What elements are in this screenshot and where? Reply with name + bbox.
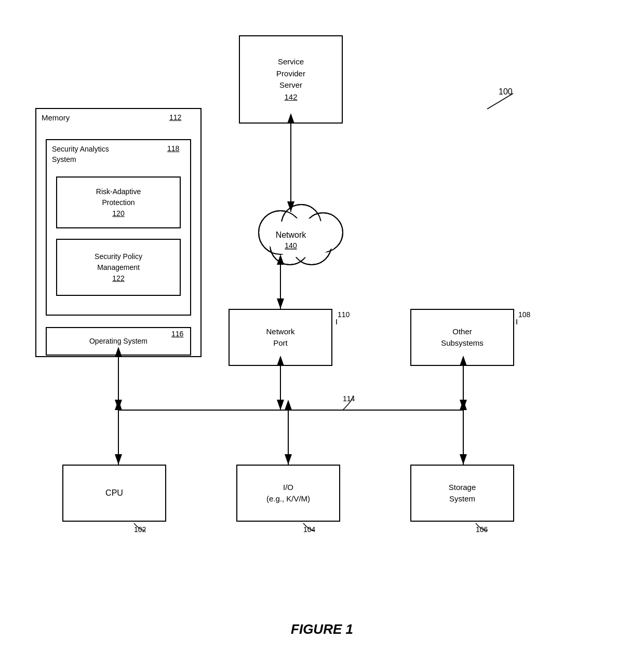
bus-num: 114 xyxy=(343,394,355,403)
security-analytics-num: 118 xyxy=(167,144,179,153)
svg-point-14 xyxy=(303,213,343,252)
io-num: 104 xyxy=(303,525,315,534)
memory-label: Memory xyxy=(42,113,70,122)
diagram: 100 Memory 112 Security AnalyticsSystem … xyxy=(0,0,644,653)
server-label: ServiceProviderServer142 xyxy=(276,56,305,103)
os-num: 116 xyxy=(171,330,183,338)
svg-point-7 xyxy=(281,205,321,244)
svg-point-16 xyxy=(270,225,310,265)
other-subsystems-label: OtherSubsystems xyxy=(441,326,484,349)
storage-box: StorageSystem xyxy=(410,465,514,522)
svg-point-10 xyxy=(270,225,310,265)
svg-point-6 xyxy=(259,211,302,254)
svg-point-13 xyxy=(281,205,321,244)
figure-label: FIGURE 1 xyxy=(291,621,353,637)
risk-adaptive-label: Risk-AdaptiveProtection120 xyxy=(96,186,141,219)
server-box: ServiceProviderServer142 xyxy=(239,35,343,124)
network-port-num: 110 xyxy=(338,310,350,319)
svg-text:Network: Network xyxy=(276,230,307,239)
io-box: I/O(e.g., K/V/M) xyxy=(236,465,340,522)
io-label: I/O(e.g., K/V/M) xyxy=(266,482,310,505)
svg-point-17 xyxy=(266,218,337,257)
network-port-label: NetworkPort xyxy=(266,326,294,349)
ref-100-label: 100 xyxy=(499,87,513,97)
svg-point-15 xyxy=(292,225,331,265)
svg-point-8 xyxy=(303,213,343,252)
svg-point-9 xyxy=(292,225,331,265)
svg-point-12 xyxy=(259,211,302,254)
risk-adaptive-box: Risk-AdaptiveProtection120 xyxy=(56,176,181,228)
svg-text:140: 140 xyxy=(285,241,297,250)
other-subsystems-box: OtherSubsystems xyxy=(410,309,514,366)
security-analytics-label: Security AnalyticsSystem xyxy=(52,144,109,165)
memory-num: 112 xyxy=(169,113,181,121)
operating-system-label: Operating System xyxy=(89,336,147,347)
cpu-box: CPU xyxy=(62,465,166,522)
network-port-box: NetworkPort xyxy=(229,309,332,366)
policy-mgmt-label: Security PolicyManagement122 xyxy=(95,251,142,284)
policy-mgmt-box: Security PolicyManagement122 xyxy=(56,239,181,296)
network-cloud: Network 140 xyxy=(259,205,343,265)
cpu-label: CPU xyxy=(105,487,123,499)
operating-system-box: Operating System xyxy=(46,327,191,356)
svg-point-11 xyxy=(265,218,338,260)
cpu-num: 102 xyxy=(134,525,146,534)
storage-label: StorageSystem xyxy=(449,482,476,505)
other-subsystems-num: 108 xyxy=(518,310,530,319)
storage-num: 106 xyxy=(476,525,488,534)
